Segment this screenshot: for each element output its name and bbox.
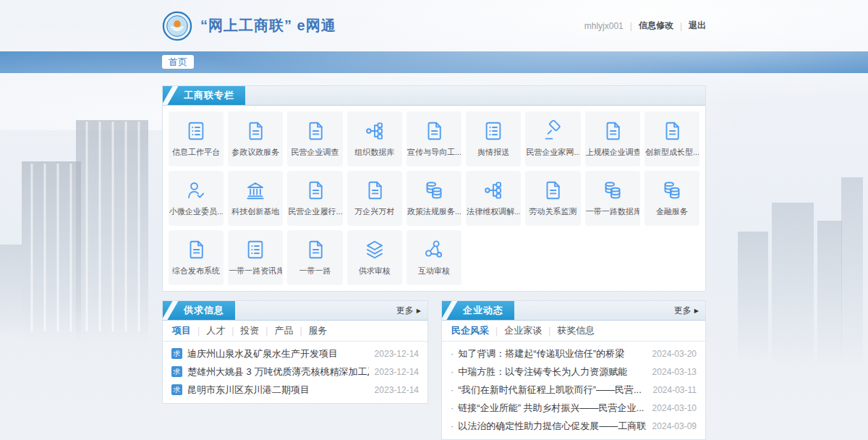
app-item[interactable]: 法律维权调解... (466, 171, 521, 226)
app-item[interactable]: 供求审核 (347, 230, 402, 285)
app-item[interactable]: 宣传与导向工... (407, 111, 461, 166)
panel-title: 工商联专栏 (184, 89, 234, 102)
news-more-link[interactable]: 更多 ▶ (674, 301, 705, 320)
document-icon (364, 179, 386, 201)
profile-link[interactable]: 信息修改 (639, 20, 673, 32)
news-item[interactable]: ·知了背调：搭建起“传递职业信任”的桥梁2024-03-20 (451, 344, 697, 363)
news-tab[interactable]: 民企风采 (451, 324, 489, 337)
user-links: mhlyjx001 | 信息修改 | 退出 (584, 20, 706, 32)
supply-item-title: 迪庆州山泉水及矿泉水生产开发项目 (187, 347, 338, 360)
supply-tab[interactable]: 项目 (172, 324, 191, 337)
site-title: “网上工商联” e网通 (200, 16, 336, 35)
site-logo-icon (162, 11, 192, 41)
app-item[interactable]: 上规模企业调查 (585, 111, 640, 166)
background-buildings-right (734, 163, 868, 373)
more-arrow-icon: ▶ (417, 308, 421, 314)
background-buildings-left (0, 93, 170, 360)
app-item-label: 互动审核 (418, 266, 450, 276)
orgchart-icon (482, 179, 504, 201)
app-item[interactable]: 金融服务 (644, 171, 699, 226)
app-item[interactable]: 一带一路资讯库 (228, 230, 283, 285)
more-label: 更多 (396, 305, 414, 317)
app-item[interactable]: 小微企业委员... (169, 171, 224, 226)
main-content: 工商联专栏 信息工作平台参政议政服务民营企业调查组织数据库宣传与导向工...舆情… (162, 85, 706, 440)
document-icon (305, 120, 326, 142)
federation-column-panel: 工商联专栏 信息工作平台参政议政服务民营企业调查组织数据库宣传与导向工...舆情… (162, 85, 706, 292)
news-item-title: 知了背调：搭建起“传递职业信任”的桥梁 (458, 347, 624, 360)
app-item[interactable]: 创新型成长型... (644, 111, 699, 166)
app-item-label: 劳动关系监测 (529, 206, 576, 217)
supply-more-link[interactable]: 更多 ▶ (396, 301, 427, 320)
database-icon (602, 179, 624, 201)
tab-separator: | (231, 326, 234, 336)
app-item-label: 万企兴万村 (354, 206, 394, 217)
panel-header: 企业动态 更多 ▶ (442, 301, 705, 321)
news-tab[interactable]: 获奖信息 (557, 324, 595, 337)
news-item-date: 2024-03-09 (647, 421, 697, 431)
supply-tabs: 项目|人才|投资|产品|服务 (163, 321, 427, 342)
app-item-label: 参政议政服务 (231, 147, 279, 158)
supply-tab[interactable]: 服务 (309, 324, 328, 337)
news-item[interactable]: ·“我们在新时代新征程上凯歌而行”——民营...2024-03-11 (451, 381, 697, 399)
app-item-label: 小微企业委员... (169, 206, 223, 217)
app-item[interactable]: 组织数据库 (347, 111, 402, 166)
news-item[interactable]: ·以法治的确定性助力提信心促发展——工商联...2024-03-09 (451, 417, 697, 435)
supply-tab[interactable]: 产品 (274, 324, 293, 337)
app-item[interactable]: 民营企业家网... (525, 111, 580, 166)
logout-link[interactable]: 退出 (689, 20, 706, 32)
tab-separator: | (265, 326, 268, 336)
tab-separator: | (197, 326, 200, 336)
brand: “网上工商联” e网通 (162, 11, 336, 41)
document-icon (423, 120, 445, 142)
app-item[interactable]: 一带一路 (287, 230, 342, 285)
app-item[interactable]: 万企兴万村 (347, 171, 402, 226)
supply-item[interactable]: 求昆明市东川区东川港二期项目2023-12-14 (171, 381, 419, 399)
panel-title-tab: 企业动态 (442, 301, 514, 320)
app-item-label: 民营企业调查 (292, 147, 339, 158)
app-item[interactable]: 信息工作平台 (169, 111, 224, 166)
bullet-dot: · (451, 420, 454, 431)
app-item[interactable]: 劳动关系监测 (525, 171, 580, 226)
news-tab[interactable]: 企业家谈 (504, 324, 542, 337)
app-item[interactable]: 综合发布系统 (169, 230, 224, 285)
news-item[interactable]: ·中瑞方胜：以专注铸专长为人力资源赋能2024-03-13 (451, 363, 697, 381)
supply-tab[interactable]: 人才 (206, 324, 225, 337)
app-item[interactable]: 科技创新基地 (228, 171, 283, 226)
demand-badge: 求 (171, 348, 182, 359)
supply-tab[interactable]: 投资 (240, 324, 259, 337)
supply-list: 求迪庆州山泉水及矿泉水生产开发项目2023-12-14求楚雄州大姚县 3 万吨优… (163, 342, 427, 403)
bullet-dot: · (451, 348, 454, 359)
news-item-title: 以法治的确定性助力提信心促发展——工商联... (458, 420, 646, 433)
app-item[interactable]: 民营企业履行... (287, 171, 342, 226)
app-item-label: 民营企业家网... (526, 147, 579, 158)
supply-demand-panel: 供求信息 更多 ▶ 项目|人才|投资|产品|服务 求迪庆州山泉水及矿泉水生产开发… (162, 300, 428, 404)
username: mhlyjx001 (584, 21, 624, 31)
supply-item[interactable]: 求楚雄州大姚县 3 万吨优质薄壳核桃精深加工及科...2023-12-14 (171, 363, 419, 381)
news-item-date: 2024-03-10 (647, 403, 697, 413)
app-item-label: 供求审核 (359, 266, 391, 276)
app-item[interactable]: 政策法规服务... (407, 171, 461, 226)
tab-separator: | (299, 326, 302, 336)
database-icon (661, 179, 683, 201)
app-item-label: 法律维权调解... (467, 206, 520, 217)
supply-item-title: 昆明市东川区东川港二期项目 (187, 384, 310, 397)
app-item-label: 一带一路资讯库 (229, 266, 282, 276)
panel-header: 工商联专栏 (163, 86, 705, 106)
more-arrow-icon: ▶ (694, 308, 699, 314)
document-icon (602, 120, 624, 142)
app-item-label: 科技创新基地 (231, 206, 279, 217)
app-item[interactable]: 舆情报送 (466, 111, 521, 166)
news-item[interactable]: ·链接“企业所能” 共助乡村振兴——民营企业...2024-03-10 (451, 399, 697, 417)
bullet-dot: · (451, 402, 454, 413)
app-item[interactable]: 一带一路数据库 (585, 171, 640, 226)
person-check-icon (185, 179, 207, 201)
nav-home-button[interactable]: 首页 (162, 55, 194, 69)
supply-item-title: 楚雄州大姚县 3 万吨优质薄壳核桃精深加工及科... (187, 365, 369, 378)
app-item[interactable]: 参政议政服务 (228, 111, 283, 166)
app-item[interactable]: 互动审核 (407, 230, 461, 285)
database-icon (423, 179, 445, 201)
more-label: 更多 (674, 305, 692, 317)
app-item[interactable]: 民营企业调查 (287, 111, 342, 166)
app-item-label: 上规模企业调查 (586, 147, 639, 158)
supply-item[interactable]: 求迪庆州山泉水及矿泉水生产开发项目2023-12-14 (171, 344, 419, 363)
